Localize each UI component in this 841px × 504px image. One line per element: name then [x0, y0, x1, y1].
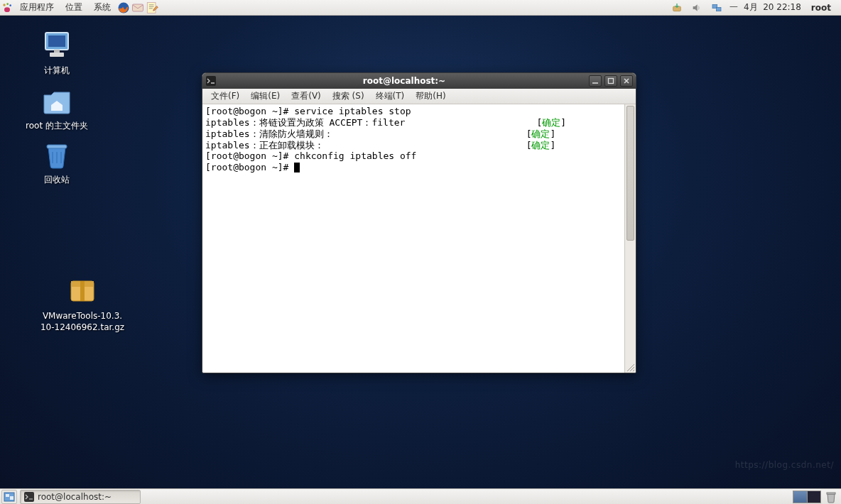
gedit-launcher-icon[interactable] — [145, 1, 159, 15]
firefox-launcher-icon[interactable] — [116, 1, 131, 15]
bottom-panel: root@localhost:~ — [0, 488, 841, 504]
terminal-output[interactable]: [root@bogon ~]# service iptables stop ip… — [202, 104, 624, 373]
desktop-icon-tarball[interactable]: VMwareTools-10.3.10-12406962.tar.gz — [33, 274, 132, 333]
menu-system[interactable]: 系统 — [88, 0, 116, 16]
menu-search[interactable]: 搜索 (S) — [327, 88, 370, 104]
top-panel: 应用程序 位置 系统 一 4月 20 22:18 root — [0, 0, 841, 16]
computer-icon — [40, 28, 74, 62]
trash-tray-icon[interactable] — [824, 490, 838, 504]
evolution-launcher-icon[interactable] — [131, 1, 145, 15]
show-desktop-button[interactable] — [1, 490, 17, 504]
menu-view[interactable]: 查看(V) — [286, 88, 327, 104]
svg-rect-5 — [133, 4, 143, 11]
taskbar-item-terminal[interactable]: root@localhost:~ — [20, 490, 141, 504]
terminal-scrollbar[interactable] — [624, 104, 636, 373]
svg-point-3 — [4, 7, 10, 12]
svg-rect-23 — [24, 492, 34, 502]
resize-grip-icon[interactable] — [625, 362, 635, 372]
volume-tray-icon[interactable] — [690, 1, 704, 15]
svg-rect-12 — [50, 53, 64, 57]
gnome-foot-icon[interactable] — [0, 1, 14, 15]
svg-rect-17 — [80, 281, 85, 301]
home-folder-icon — [40, 84, 74, 118]
top-panel-right: 一 4月 20 22:18 root — [670, 1, 841, 15]
terminal-title-icon — [205, 75, 217, 87]
svg-rect-21 — [6, 494, 9, 497]
svg-rect-24 — [827, 493, 835, 494]
update-tray-icon[interactable] — [670, 1, 684, 15]
terminal-cursor — [294, 163, 300, 172]
close-button[interactable] — [620, 75, 633, 87]
menu-edit[interactable]: 编辑(E) — [245, 88, 286, 104]
scrollbar-thumb[interactable] — [626, 106, 634, 241]
maximize-button[interactable] — [604, 75, 617, 87]
svg-point-1 — [6, 3, 9, 5]
minimize-button[interactable] — [589, 75, 602, 87]
desktop-icon-trash[interactable]: 回收站 — [7, 138, 107, 186]
svg-rect-14 — [47, 145, 67, 148]
svg-rect-13 — [54, 50, 60, 53]
window-titlebar[interactable]: root@localhost:~ — [202, 73, 636, 89]
svg-rect-22 — [10, 496, 13, 500]
workspace-2[interactable] — [808, 491, 821, 503]
desktop-icon-label: VMwareTools-10.3.10-12406962.tar.gz — [33, 311, 132, 333]
svg-rect-11 — [48, 35, 65, 47]
terminal-task-icon — [23, 491, 35, 503]
archive-icon — [65, 274, 99, 308]
desktop-icon-label: 计算机 — [7, 65, 107, 77]
desktop-icon-computer[interactable]: 计算机 — [7, 28, 107, 77]
terminal-window: root@localhost:~ 文件(F) 编辑(E) 查看(V) 搜索 (S… — [202, 72, 636, 373]
svg-rect-9 — [717, 7, 722, 11]
clock[interactable]: 一 4月 20 22:18 — [729, 1, 801, 13]
menu-applications[interactable]: 应用程序 — [14, 0, 60, 16]
menu-help[interactable]: 帮助(H) — [410, 88, 451, 104]
window-title: root@localhost:~ — [219, 76, 589, 86]
menu-file[interactable]: 文件(F) — [205, 88, 245, 104]
desktop-icon-home[interactable]: root 的主文件夹 — [7, 84, 107, 132]
terminal-body: [root@bogon ~]# service iptables stop ip… — [202, 104, 636, 373]
workspace-switcher[interactable] — [793, 491, 821, 503]
workspace-1[interactable] — [793, 491, 808, 503]
svg-rect-19 — [609, 79, 614, 84]
svg-point-0 — [3, 4, 5, 6]
network-tray-icon[interactable] — [710, 1, 724, 15]
svg-rect-18 — [206, 76, 216, 86]
bottom-panel-right — [793, 490, 841, 504]
window-buttons — [589, 75, 633, 87]
menu-places[interactable]: 位置 — [60, 0, 88, 16]
watermark: https://blog.csdn.net/ — [735, 460, 834, 470]
svg-point-2 — [9, 4, 11, 6]
menu-terminal[interactable]: 终端(T) — [370, 88, 411, 104]
top-panel-left: 应用程序 位置 系统 — [0, 0, 159, 16]
trash-icon — [40, 138, 74, 172]
terminal-menubar: 文件(F) 编辑(E) 查看(V) 搜索 (S) 终端(T) 帮助(H) — [202, 89, 636, 104]
desktop-icon-label: 回收站 — [7, 175, 107, 186]
svg-rect-6 — [147, 2, 156, 13]
taskbar-item-label: root@localhost:~ — [38, 492, 112, 502]
desktop-icon-label: root 的主文件夹 — [7, 121, 107, 132]
user-menu[interactable]: root — [807, 3, 834, 13]
